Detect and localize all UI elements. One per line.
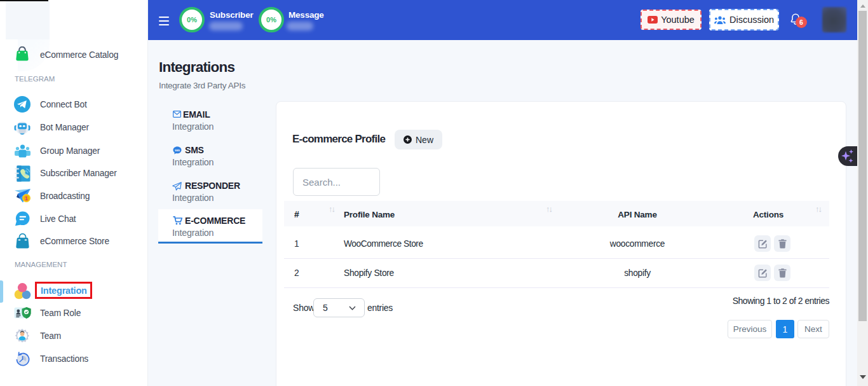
svg-text:SMS: SMS	[175, 149, 180, 152]
svg-text:1: 1	[25, 195, 29, 202]
